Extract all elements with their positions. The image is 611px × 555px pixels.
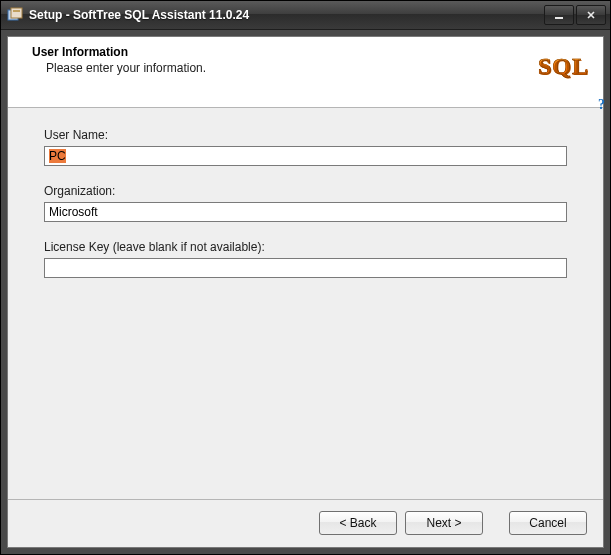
- user-name-group: User Name: PC: [44, 128, 581, 166]
- user-name-input[interactable]: PC: [44, 146, 567, 166]
- svg-rect-1: [11, 8, 22, 18]
- setup-window: Setup - SoftTree SQL Assistant 11.0.24 U…: [0, 0, 611, 555]
- organization-group: Organization:: [44, 184, 581, 222]
- window-controls: [544, 5, 606, 25]
- sql-logo-icon: SQL ?: [525, 45, 589, 87]
- minimize-button[interactable]: [544, 5, 574, 25]
- page-subheading: Please enter your information.: [46, 61, 206, 75]
- close-button[interactable]: [576, 5, 606, 25]
- svg-rect-3: [555, 17, 563, 19]
- installer-icon: [7, 7, 23, 23]
- page-heading: User Information: [32, 45, 206, 59]
- wizard-header: User Information Please enter your infor…: [8, 37, 603, 108]
- organization-input[interactable]: [44, 202, 567, 222]
- cancel-button[interactable]: Cancel: [509, 511, 587, 535]
- license-key-group: License Key (leave blank if not availabl…: [44, 240, 581, 278]
- window-title: Setup - SoftTree SQL Assistant 11.0.24: [29, 8, 544, 22]
- organization-label: Organization:: [44, 184, 581, 198]
- wizard-page: User Information Please enter your infor…: [7, 36, 604, 548]
- license-key-label: License Key (leave blank if not availabl…: [44, 240, 581, 254]
- user-name-label: User Name:: [44, 128, 581, 142]
- svg-rect-2: [13, 10, 20, 12]
- next-button[interactable]: Next >: [405, 511, 483, 535]
- license-key-input[interactable]: [44, 258, 567, 278]
- form-body: User Name: PC Organization: License Key …: [8, 108, 603, 499]
- back-button[interactable]: < Back: [319, 511, 397, 535]
- titlebar: Setup - SoftTree SQL Assistant 11.0.24: [1, 1, 610, 30]
- wizard-footer: < Back Next > Cancel: [8, 499, 603, 547]
- window-chrome: User Information Please enter your infor…: [1, 30, 610, 554]
